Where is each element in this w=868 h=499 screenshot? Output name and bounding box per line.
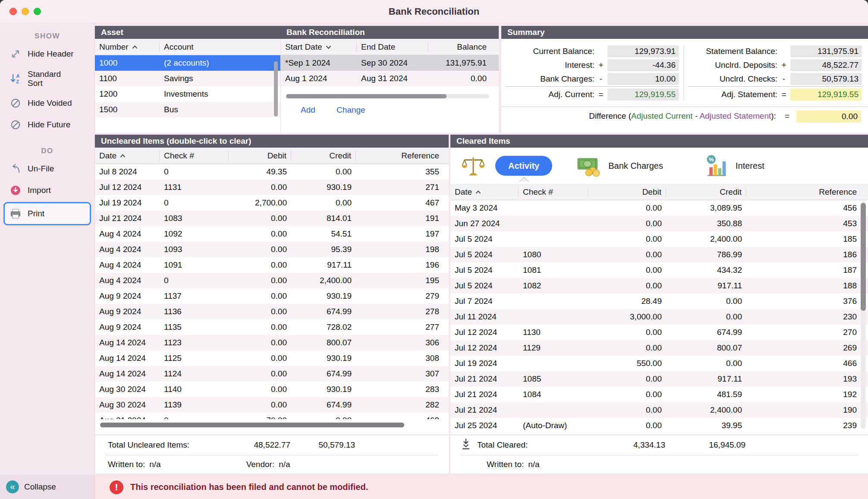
sidebar-item-print[interactable]: Print [3, 202, 91, 225]
summary-value: -44.36 [607, 59, 679, 71]
date-cell: Jul 19 2024 [450, 359, 519, 368]
column-header-balance[interactable]: Balance [428, 42, 499, 52]
column-header-check[interactable]: Check # [160, 151, 229, 161]
uncleared-row[interactable]: Jul 12 2024 1131 0.00 930.19 271 [95, 180, 449, 195]
uncleared-row[interactable]: Aug 14 2024 1125 0.00 930.19 308 [95, 351, 449, 366]
debit-cell: 0.00 [588, 390, 666, 399]
change-link[interactable]: Change [337, 105, 365, 115]
uncleared-row[interactable]: Aug 4 2024 1092 0.00 54.51 197 [95, 226, 449, 242]
check-cell: 1082 [519, 281, 588, 291]
column-header-debit[interactable]: Debit [229, 151, 291, 161]
zoom-button[interactable] [34, 8, 41, 15]
column-header-number[interactable]: Number [95, 42, 160, 52]
cleared-row[interactable]: Jul 5 2024 1082 0.00 917.11 188 [450, 278, 868, 294]
cleared-row[interactable]: Jul 25 2024 (Auto-Draw) 0.00 39.95 239 [450, 418, 868, 433]
reference-cell: 192 [746, 390, 868, 399]
summary-label: Current Balance: [506, 47, 594, 56]
column-header-check[interactable]: Check # [519, 187, 588, 197]
date-cell: Jul 5 2024 [450, 265, 519, 275]
close-button[interactable] [9, 8, 17, 15]
column-header-reference[interactable]: Reference [356, 151, 449, 161]
cleared-row[interactable]: Jul 5 2024 1080 0.00 786.99 186 [450, 247, 868, 262]
uncleared-row[interactable]: Aug 14 2024 1124 0.00 674.99 307 [95, 366, 449, 382]
asset-row[interactable] [95, 117, 280, 133]
asset-row[interactable]: 1500 Bus [95, 102, 280, 117]
uncleared-row[interactable]: Aug 9 2024 1136 0.00 674.99 278 [95, 304, 449, 319]
summary-label: Unclrd. Deposits: [688, 60, 777, 70]
column-header-debit[interactable]: Debit [588, 187, 666, 197]
column-header-reference[interactable]: Reference [746, 187, 868, 197]
uncleared-row[interactable]: Aug 4 2024 0 0.00 2,400.00 195 [95, 273, 449, 288]
column-header-credit[interactable]: Credit [291, 151, 356, 161]
cleared-row[interactable]: Jul 5 2024 1081 0.00 434.32 187 [450, 262, 868, 278]
column-header-end-date[interactable]: End Date [357, 42, 428, 52]
cleared-row[interactable]: May 3 2024 0.00 3,089.95 456 [450, 200, 868, 216]
uncleared-row[interactable]: Aug 31 2024 0 70.00 0.00 468 [95, 413, 449, 419]
bankrec-horizontal-scrollbar[interactable] [286, 94, 489, 98]
svg-text:%: % [709, 156, 714, 163]
asset-row[interactable]: 1100 Savings [95, 71, 280, 86]
uncleared-row[interactable]: Jul 21 2024 1083 0.00 814.01 191 [95, 211, 449, 226]
cleared-row[interactable]: Jul 5 2024 0.00 2,400.00 185 [450, 231, 868, 247]
sidebar-item-standard-sort[interactable]: A Z Standard Sort [0, 65, 94, 92]
tab-activity[interactable]: Activity [495, 156, 552, 176]
column-header-date[interactable]: Date [95, 151, 160, 161]
asset-account-cell: Investments [160, 89, 280, 99]
reconciliation-row[interactable]: Aug 1 2024 Aug 31 2024 0.00 [281, 71, 499, 86]
reconciliation-row[interactable]: *Sep 1 2024 Sep 30 2024 131,975.91 [281, 55, 499, 71]
cleared-row[interactable]: Jul 19 2024 550.00 0.00 466 [450, 356, 868, 371]
uncleared-horizontal-scrollbar[interactable] [100, 423, 404, 427]
cleared-row[interactable]: Jul 12 2024 1129 0.00 800.07 269 [450, 340, 868, 356]
column-header-credit[interactable]: Credit [666, 187, 746, 197]
minimize-button[interactable] [22, 8, 29, 15]
scrollbar-thumb[interactable] [286, 94, 447, 98]
reference-cell: 270 [746, 328, 868, 337]
sidebar-item-unfile[interactable]: Un-File [0, 158, 94, 180]
column-header-start-date[interactable]: Start Date [281, 42, 357, 52]
column-header-account[interactable]: Account [160, 42, 280, 52]
difference-suffix: ): [771, 111, 776, 120]
uncleared-row[interactable]: Jul 8 2024 0 49.35 0.00 355 [95, 164, 449, 180]
sidebar-item-import[interactable]: Import [0, 180, 94, 201]
column-header-date[interactable]: Date [450, 187, 519, 197]
collapse-button[interactable]: « Collapse [0, 475, 94, 499]
cleared-row[interactable]: Jul 12 2024 1130 0.00 674.99 270 [450, 325, 868, 340]
cleared-row[interactable]: Jul 21 2024 0.00 2,400.00 190 [450, 402, 868, 418]
uncleared-row[interactable]: Aug 4 2024 1093 0.00 95.39 198 [95, 242, 449, 257]
asset-vertical-scrollbar[interactable] [274, 61, 278, 117]
asset-account-cell: Savings [160, 74, 280, 83]
cleared-vertical-scrollbar-thumb[interactable] [861, 203, 866, 311]
uncleared-row[interactable]: Aug 30 2024 1139 0.00 674.99 282 [95, 397, 449, 413]
column-label: End Date [361, 42, 395, 52]
cleared-row[interactable]: Jul 7 2024 28.49 0.00 376 [450, 294, 868, 309]
summary-label: Unclrd. Checks: [688, 74, 777, 84]
summary-value: 48,522.77 [790, 59, 862, 71]
cleared-row[interactable]: Jul 21 2024 1085 0.00 917.11 193 [450, 371, 868, 387]
uncleared-row[interactable]: Aug 9 2024 1135 0.00 728.02 277 [95, 319, 449, 335]
cleared-row[interactable]: Jul 21 2024 1084 0.00 481.59 192 [450, 387, 868, 402]
uncleared-total-credit: 50,579.13 [295, 440, 359, 450]
uncleared-row[interactable]: Aug 30 2024 1140 0.00 930.19 283 [95, 382, 449, 397]
asset-table-header: Number Account [95, 39, 280, 55]
column-label: Reference [401, 151, 439, 161]
summary-row: Bank Charges: - 10.00 [506, 73, 679, 85]
add-link[interactable]: Add [301, 105, 315, 115]
bank-reconciliation-panel: Bank Reconciliation Start Date End Date [280, 26, 499, 133]
asset-row[interactable]: 1200 Investments [95, 86, 280, 102]
cleared-row[interactable]: Jul 11 2024 3,000.00 0.00 230 [450, 309, 868, 325]
tab-interest[interactable]: Interest [736, 161, 764, 171]
summary-row: Adj. Statement: = 129,919.55 [688, 86, 862, 101]
collapse-chevrons-icon: « [6, 480, 19, 493]
uncleared-row[interactable]: Aug 4 2024 1091 0.00 917.11 196 [95, 257, 449, 273]
asset-row[interactable]: 1000 (2 accounts) [95, 55, 280, 71]
debit-cell: 0.00 [229, 322, 291, 332]
column-label: Date [99, 151, 116, 161]
uncleared-row[interactable]: Jul 19 2024 0 2,700.00 0.00 467 [95, 195, 449, 211]
uncleared-row[interactable]: Aug 14 2024 1123 0.00 800.07 306 [95, 335, 449, 351]
tab-bank-charges[interactable]: Bank Charges [608, 161, 663, 171]
uncleared-row[interactable]: Aug 9 2024 1137 0.00 930.19 279 [95, 288, 449, 304]
sidebar-item-hide-future[interactable]: Hide Future [0, 114, 94, 136]
cleared-row[interactable]: Jun 27 2024 0.00 350.88 453 [450, 216, 868, 231]
sidebar-item-hide-header[interactable]: Hide Header [0, 43, 94, 65]
sidebar-item-hide-voided[interactable]: Hide Voided [0, 92, 94, 114]
